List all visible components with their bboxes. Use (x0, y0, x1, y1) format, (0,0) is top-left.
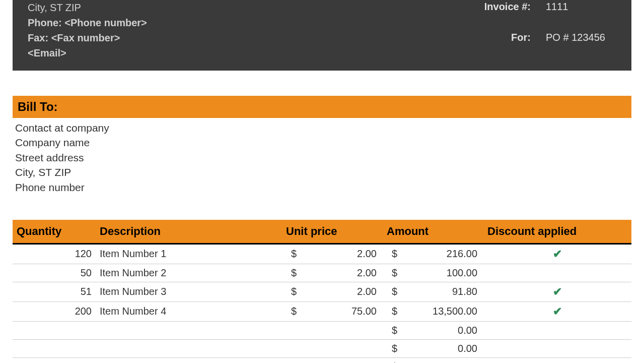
qty-cell (13, 339, 96, 357)
unitprice-cell: $2.00 (282, 264, 383, 282)
fax-value: <Fax number> (51, 32, 120, 43)
discount-cell (483, 321, 631, 339)
currency-symbol: $ (387, 267, 397, 279)
fax-label: Fax: (28, 32, 48, 43)
amount-cell: $0.00 (383, 339, 483, 357)
description-cell: Item Number 3 (96, 282, 282, 301)
currency-symbol: $ (387, 306, 397, 317)
bill-to-line: City, ST ZIP (15, 165, 629, 179)
qty-cell: 120 (13, 244, 96, 264)
bill-to-line: Company name (15, 135, 629, 150)
sender-fax: Fax: <Fax number> (28, 30, 147, 45)
amount-value: 216.00 (447, 248, 479, 260)
amount-value: 0.00 (458, 325, 479, 336)
bill-to-body: Contact at company Company name Street a… (15, 120, 629, 195)
table-body: 120Item Number 1$2.00$216.00✔50Item Numb… (13, 244, 631, 363)
discount-cell: ✔ (483, 244, 631, 264)
currency-symbol: $ (387, 286, 397, 297)
table-row: 120Item Number 1$2.00$216.00✔ (13, 244, 631, 264)
qty-cell (13, 321, 96, 339)
bill-to-line: Street address (15, 150, 629, 165)
line-items-table: Quantity Description Unit price Amount D… (13, 220, 631, 363)
for-value: PO # 123456 (546, 32, 616, 43)
unitprice-value: 75.00 (351, 306, 379, 317)
table-row: $0.00 (13, 339, 631, 357)
col-unitprice-header: Unit price (282, 220, 383, 244)
for-label: For: (484, 32, 531, 43)
sender-phone: Phone: <Phone number> (28, 15, 147, 30)
invoice-meta: Invoice #: 1111 For: PO # 123456 (484, 0, 616, 60)
discount-cell: ✔ (483, 301, 631, 321)
table-row: $0.00 (13, 357, 631, 363)
amount-value: 100.00 (447, 267, 479, 279)
check-icon: ✔ (553, 248, 562, 260)
table-row: 200Item Number 4$75.00$13,500.00✔ (13, 301, 631, 321)
amount-value: 0.00 (458, 361, 479, 363)
table-header-row: Quantity Description Unit price Amount D… (13, 220, 631, 244)
sender-block: City, ST ZIP Phone: <Phone number> Fax: … (28, 0, 147, 60)
unitprice-value: 2.00 (357, 286, 379, 297)
unitprice-value: 2.00 (357, 248, 379, 260)
discount-cell (483, 264, 631, 282)
amount-cell: $216.00 (383, 244, 483, 264)
check-icon: ✔ (553, 305, 562, 318)
line-items-table-wrap: Quantity Description Unit price Amount D… (13, 220, 631, 363)
discount-cell (483, 339, 631, 357)
table-row: 51Item Number 3$2.00$91.80✔ (13, 282, 631, 301)
table-row: 50Item Number 2$2.00$100.00 (13, 264, 631, 282)
bill-to-line: Phone number (15, 180, 629, 195)
qty-cell: 50 (13, 264, 96, 282)
currency-symbol: $ (387, 343, 397, 354)
description-cell: Item Number 4 (96, 301, 282, 321)
table-row: $0.00 (13, 321, 631, 339)
description-cell (96, 357, 282, 363)
sender-email: <Email> (28, 45, 147, 60)
amount-cell: $0.00 (383, 321, 483, 339)
col-quantity-header: Quantity (13, 220, 96, 244)
check-icon: ✔ (553, 285, 562, 298)
col-description-header: Description (96, 220, 282, 244)
amount-cell: $100.00 (383, 264, 483, 282)
phone-value: <Phone number> (64, 17, 147, 28)
amount-value: 0.00 (458, 343, 479, 354)
currency-symbol: $ (286, 248, 297, 260)
bill-to-line: Contact at company (15, 120, 629, 135)
currency-symbol: $ (286, 306, 297, 317)
unitprice-value: 2.00 (357, 267, 379, 279)
currency-symbol: $ (387, 248, 397, 260)
description-cell: Item Number 1 (96, 244, 282, 264)
qty-cell: 200 (13, 301, 96, 321)
phone-label: Phone: (28, 17, 62, 28)
unitprice-cell: $2.00 (282, 244, 383, 264)
currency-symbol: $ (286, 286, 297, 297)
currency-symbol: $ (387, 325, 397, 336)
invoice-header: City, ST ZIP Phone: <Phone number> Fax: … (13, 0, 631, 71)
amount-value: 91.80 (452, 286, 479, 297)
col-amount-header: Amount (383, 220, 483, 244)
unitprice-cell (282, 357, 383, 363)
qty-cell (13, 357, 96, 363)
amount-cell: $13,500.00 (383, 301, 483, 321)
currency-symbol: $ (387, 361, 397, 363)
invoice-number-value: 1111 (546, 1, 616, 13)
amount-cell: $0.00 (383, 357, 483, 363)
currency-symbol: $ (286, 267, 297, 279)
invoice-number-label: Invoice #: (484, 1, 531, 13)
discount-cell (483, 357, 631, 363)
unitprice-cell: $75.00 (282, 301, 383, 321)
col-discount-header: Discount applied (483, 220, 631, 244)
description-cell (96, 321, 282, 339)
discount-cell: ✔ (483, 282, 631, 301)
amount-value: 13,500.00 (433, 306, 479, 317)
unitprice-cell (282, 339, 383, 357)
description-cell: Item Number 2 (96, 264, 282, 282)
unitprice-cell (282, 321, 383, 339)
description-cell (96, 339, 282, 357)
qty-cell: 51 (13, 282, 96, 301)
amount-cell: $91.80 (383, 282, 483, 301)
bill-to-title: Bill To: (13, 96, 631, 118)
sender-city: City, ST ZIP (28, 0, 147, 15)
unitprice-cell: $2.00 (282, 282, 383, 301)
